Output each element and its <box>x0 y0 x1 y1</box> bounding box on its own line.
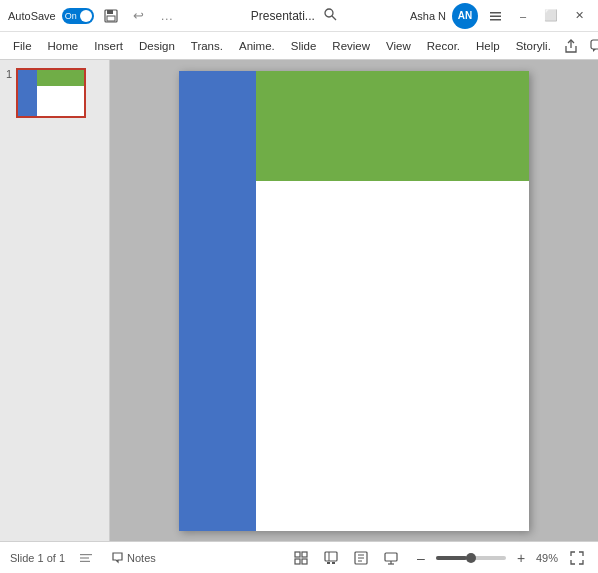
svg-line-4 <box>332 16 336 20</box>
save-button[interactable] <box>100 5 122 27</box>
thumb-green-bar <box>37 70 85 86</box>
svg-rect-24 <box>385 553 397 561</box>
svg-rect-5 <box>490 12 501 14</box>
zoom-in-icon: + <box>517 551 525 565</box>
user-initials: AN <box>458 10 472 21</box>
svg-rect-12 <box>295 552 300 557</box>
svg-rect-8 <box>591 40 598 49</box>
notes-label: Notes <box>127 552 156 564</box>
svg-rect-2 <box>107 16 115 21</box>
share-button[interactable] <box>560 35 582 57</box>
tab-animations[interactable]: Anime. <box>232 36 282 56</box>
user-avatar[interactable]: AN <box>452 3 478 29</box>
status-right: – + 49% <box>290 547 588 569</box>
zoom-out-icon: – <box>417 551 425 565</box>
tab-help[interactable]: Help <box>469 36 507 56</box>
svg-point-3 <box>325 9 333 17</box>
tab-transitions[interactable]: Trans. <box>184 36 230 56</box>
slide-canvas[interactable] <box>179 71 529 531</box>
presenter-view-button[interactable] <box>380 547 402 569</box>
restore-icon: ⬜ <box>544 9 558 22</box>
svg-rect-18 <box>332 562 335 564</box>
svg-rect-17 <box>327 562 330 564</box>
normal-view-button[interactable] <box>290 547 312 569</box>
autosave-toggle[interactable]: On <box>62 8 94 24</box>
status-left: Slide 1 of 1 Notes <box>10 547 160 569</box>
svg-rect-16 <box>325 552 337 561</box>
fit-slide-button[interactable] <box>566 547 588 569</box>
accessibility-button[interactable] <box>75 547 97 569</box>
tab-recording[interactable]: Recor. <box>420 36 467 56</box>
normal-view-icon <box>294 551 308 565</box>
search-icon <box>323 7 337 21</box>
canvas-area[interactable] <box>110 60 598 541</box>
restore-button[interactable]: ⬜ <box>540 5 562 27</box>
zoom-out-button[interactable]: – <box>410 547 432 569</box>
slide-green-bar <box>256 71 529 181</box>
zoom-slider[interactable] <box>436 556 506 560</box>
save-icon <box>104 9 118 23</box>
user-name: Asha N <box>410 10 446 22</box>
svg-rect-6 <box>490 16 501 18</box>
title-bar: AutoSave On ↩ … Presentati... Asha N <box>0 0 598 32</box>
zoom-in-button[interactable]: + <box>510 547 532 569</box>
svg-rect-9 <box>80 554 92 555</box>
slide-panel: 1 <box>0 60 110 541</box>
svg-rect-13 <box>302 552 307 557</box>
slide-thumbnail[interactable] <box>16 68 86 118</box>
close-button[interactable]: ✕ <box>568 5 590 27</box>
tab-review[interactable]: Review <box>325 36 377 56</box>
tab-storyline[interactable]: Storyli. <box>509 36 558 56</box>
status-bar: Slide 1 of 1 Notes <box>0 541 598 573</box>
comment-button[interactable] <box>586 35 598 57</box>
svg-rect-15 <box>302 559 307 564</box>
more-button[interactable]: … <box>156 5 178 27</box>
ribbon: File Home Insert Design Trans. Anime. Sl… <box>0 32 598 60</box>
collapse-ribbon-button[interactable] <box>484 5 506 27</box>
undo-icon: ↩ <box>133 8 144 23</box>
svg-rect-10 <box>80 557 89 558</box>
slide-blue-bar <box>179 71 256 531</box>
notes-icon <box>111 551 124 564</box>
zoom-slider-fill <box>436 556 468 560</box>
ribbon-icons <box>560 35 598 57</box>
slide-number: 1 <box>6 68 12 80</box>
svg-rect-14 <box>295 559 300 564</box>
grid-view-button[interactable] <box>320 547 342 569</box>
zoom-slider-thumb <box>466 553 476 563</box>
zoom-bar: – + 49% <box>410 547 558 569</box>
reading-view-icon <box>354 551 368 565</box>
presenter-view-icon <box>384 551 398 565</box>
grid-view-icon <box>324 551 338 565</box>
autosave-label: AutoSave <box>8 10 56 22</box>
comment-icon <box>590 39 598 53</box>
minimize-icon: – <box>520 10 526 22</box>
zoom-percent: 49% <box>536 552 558 564</box>
tab-design[interactable]: Design <box>132 36 182 56</box>
svg-rect-1 <box>107 10 113 14</box>
main-area: 1 <box>0 60 598 541</box>
search-button[interactable] <box>323 7 337 24</box>
minimize-button[interactable]: – <box>512 5 534 27</box>
tab-insert[interactable]: Insert <box>87 36 130 56</box>
autosave-state: On <box>65 11 77 21</box>
slide-info: Slide 1 of 1 <box>10 552 65 564</box>
close-icon: ✕ <box>575 9 584 22</box>
tab-file[interactable]: File <box>6 36 39 56</box>
tab-slideshow[interactable]: Slide <box>284 36 324 56</box>
title-bar-left: AutoSave On ↩ … <box>8 5 178 27</box>
title-bar-center: Presentati... <box>178 7 410 24</box>
share-icon <box>564 39 578 53</box>
more-icon: … <box>160 8 173 23</box>
tab-home[interactable]: Home <box>41 36 86 56</box>
svg-rect-11 <box>80 560 90 561</box>
slide-panel-item: 1 <box>6 68 103 118</box>
undo-button[interactable]: ↩ <box>128 5 150 27</box>
reading-view-button[interactable] <box>350 547 372 569</box>
thumb-blue-bar <box>18 70 36 116</box>
presentation-title: Presentati... <box>251 9 315 23</box>
tab-view[interactable]: View <box>379 36 418 56</box>
title-bar-right: Asha N AN – ⬜ ✕ <box>410 3 590 29</box>
accessibility-icon <box>79 551 93 565</box>
notes-button[interactable]: Notes <box>107 549 160 566</box>
